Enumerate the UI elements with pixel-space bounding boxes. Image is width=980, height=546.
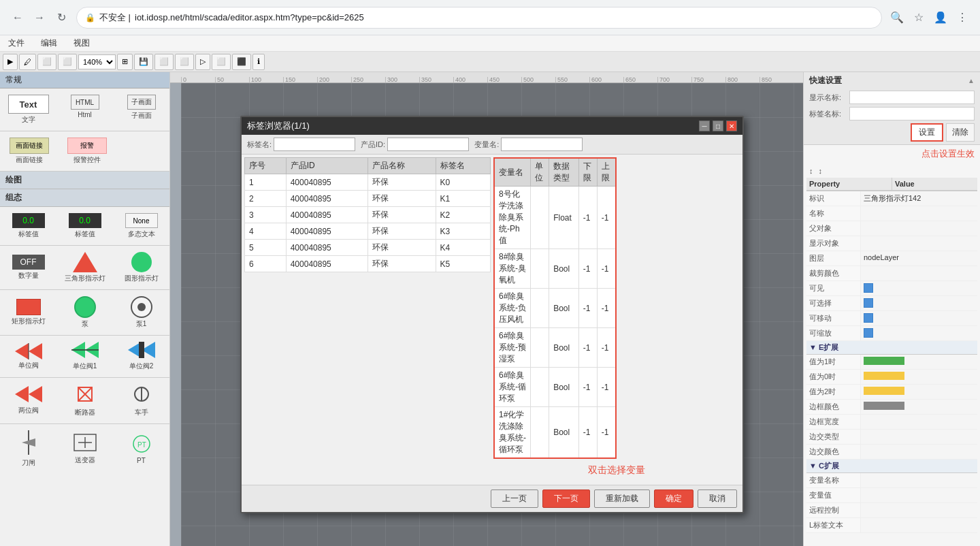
component-subscreen[interactable]: 子画面 子画面: [114, 91, 168, 128]
tag-name-search-input[interactable]: [274, 138, 355, 151]
border-color-swatch[interactable]: [864, 402, 904, 410]
expand-section-e[interactable]: ▼ E扩展: [806, 341, 977, 355]
var-value-input[interactable]: [864, 490, 975, 498]
value2-swatch[interactable]: [864, 387, 904, 395]
variable-table-row[interactable]: 6#除臭系统-负压风机 Bool -1 -1: [494, 289, 616, 328]
component-digital[interactable]: OFF 数字量: [1, 251, 55, 284]
selectable-checkbox[interactable]: [864, 298, 873, 308]
menu-view[interactable]: 视图: [71, 36, 93, 50]
toolbar-btn-12[interactable]: ℹ: [252, 54, 265, 70]
search-button[interactable]: 🔍: [887, 8, 906, 27]
cancel-button[interactable]: 取消: [698, 489, 737, 508]
tag-name-input[interactable]: [849, 107, 975, 121]
value0-swatch[interactable]: [864, 372, 904, 380]
variable-name-search-input[interactable]: [501, 138, 583, 151]
toolbar-btn-11[interactable]: ⬛: [232, 54, 251, 70]
prev-page-button[interactable]: 上一页: [491, 489, 538, 508]
menu-file[interactable]: 文件: [5, 36, 27, 50]
profile-button[interactable]: 👤: [931, 8, 950, 27]
prop-value-selectable[interactable]: [861, 296, 977, 310]
var-name-input[interactable]: [864, 475, 975, 483]
toolbar-btn-7[interactable]: ⬜: [154, 54, 174, 70]
address-bar[interactable]: 🔒 不安全 | iot.idosp.net/html/scada/editor.…: [76, 7, 882, 29]
product-id-search-input[interactable]: [387, 138, 469, 151]
resizable-checkbox[interactable]: [864, 328, 873, 338]
clear-button[interactable]: 清除: [946, 123, 975, 142]
variable-table-row[interactable]: 6#除臭系统-预湿泵 Bool -1 -1: [494, 328, 616, 368]
dialog-maximize-button[interactable]: □: [713, 121, 723, 131]
border-width-input[interactable]: [864, 417, 975, 425]
component-inverter[interactable]: 送变器: [58, 430, 112, 468]
prop-value-var-value[interactable]: [861, 488, 977, 502]
value1-swatch[interactable]: [864, 357, 904, 365]
component-two-pos-valve[interactable]: 两位阀: [1, 383, 55, 419]
table-row[interactable]: 2 400040895 环保 K1: [245, 191, 491, 207]
menu-edit[interactable]: 编辑: [38, 36, 60, 50]
component-triangle-indicator[interactable]: 三角形指示灯: [58, 248, 112, 287]
prop-value-resizable[interactable]: [861, 326, 977, 340]
table-row[interactable]: 6 400040895 环保 K5: [245, 256, 491, 272]
variable-table-row[interactable]: 8#除臭系统-臭氧机 Bool -1 -1: [494, 249, 616, 289]
component-unit-valve2[interactable]: 单位阀2: [114, 338, 168, 374]
component-text[interactable]: Text 文字: [1, 91, 55, 128]
component-multistate[interactable]: None 多态文本: [114, 210, 168, 242]
menu-button[interactable]: ⋮: [953, 8, 972, 27]
component-tag-value[interactable]: 0.0 标签值: [1, 210, 55, 242]
set-button[interactable]: 设置: [911, 123, 943, 142]
variable-table-row[interactable]: 8号化学洗涤除臭系统-Ph值 Float -1 -1: [494, 187, 616, 249]
toolbar-btn-4[interactable]: ⬜: [58, 54, 77, 70]
component-handle[interactable]: 车手: [114, 381, 168, 421]
forward-button[interactable]: →: [30, 8, 49, 27]
component-screen-link[interactable]: 画面链接 画面链接: [1, 134, 56, 168]
reload-button[interactable]: ↻: [52, 8, 71, 27]
toolbar-btn-8[interactable]: ⬜: [175, 54, 194, 70]
component-pump[interactable]: 泵: [58, 293, 112, 332]
toolbar-btn-1[interactable]: ▶: [3, 54, 18, 70]
back-button[interactable]: ←: [8, 8, 27, 27]
variable-table-row[interactable]: 6#除臭系统-循环泵 Bool -1 -1: [494, 368, 616, 407]
component-pt[interactable]: PT PT: [114, 431, 168, 468]
table-row[interactable]: 4 400040895 环保 K3: [245, 223, 491, 240]
prop-value-var-name[interactable]: [861, 473, 977, 487]
prop-value-visible[interactable]: [861, 281, 977, 295]
toolbar-btn-6[interactable]: 💾: [134, 54, 153, 70]
component-html[interactable]: HTML Html: [58, 91, 112, 128]
component-alarm[interactable]: 报警 报警控件: [59, 134, 114, 168]
toolbar-btn-5[interactable]: ⊞: [117, 54, 133, 70]
component-tag-value2[interactable]: 0.0 标签值: [58, 210, 112, 242]
component-unit-valve1[interactable]: 单位阀1: [58, 338, 112, 374]
component-knife[interactable]: 刀闸: [1, 427, 55, 471]
toolbar-btn-3[interactable]: ⬜: [37, 54, 56, 70]
canvas-content[interactable]: 标签浏览器(1/1) ─ □ ✕ 标签名: 产品ID:: [181, 83, 803, 546]
prop-value-name[interactable]: [861, 206, 977, 221]
confirm-button[interactable]: 确定: [654, 489, 693, 508]
component-pump1[interactable]: 泵1: [114, 293, 168, 332]
prop-name-input[interactable]: [864, 208, 975, 216]
prop-value-border-width[interactable]: [861, 415, 977, 429]
expand-section-c[interactable]: ▼ C扩展: [806, 460, 977, 473]
visible-checkbox[interactable]: [864, 283, 873, 293]
sort-icon2[interactable]: ↕: [816, 165, 826, 176]
display-name-input[interactable]: [849, 91, 975, 104]
dialog-minimize-button[interactable]: ─: [699, 121, 710, 131]
prop-value-movable[interactable]: [861, 311, 977, 325]
dialog-close-button[interactable]: ✕: [726, 121, 737, 131]
table-row[interactable]: 1 400040895 环保 K0: [245, 174, 491, 191]
variable-name-search-field: 变量名:: [474, 138, 583, 151]
zoom-select[interactable]: 140% 100% 75%: [78, 54, 116, 69]
table-row[interactable]: 3 400040895 环保 K2: [245, 207, 491, 223]
toolbar-btn-2[interactable]: 🖊: [19, 54, 36, 70]
component-unit-valve[interactable]: 单位阀: [1, 340, 55, 374]
table-row[interactable]: 5 400040895 环保 K4: [245, 240, 491, 256]
component-breaker[interactable]: 断路器: [58, 381, 112, 421]
toolbar-btn-10[interactable]: ⬜: [212, 54, 231, 70]
next-page-button[interactable]: 下一页: [542, 489, 590, 508]
toolbar-btn-9[interactable]: ▷: [195, 54, 210, 70]
reload-button[interactable]: 重新加载: [594, 489, 650, 508]
variable-table-row[interactable]: 1#化学洗涤除臭系统-循环泵 Bool -1 -1: [494, 407, 616, 459]
movable-checkbox[interactable]: [864, 313, 873, 323]
component-circle-indicator[interactable]: 圆形指示灯: [114, 248, 168, 287]
bookmark-button[interactable]: ☆: [909, 8, 928, 27]
sort-icon[interactable]: ↕: [806, 165, 816, 176]
component-rect-indicator[interactable]: 矩形指示灯: [1, 295, 55, 330]
